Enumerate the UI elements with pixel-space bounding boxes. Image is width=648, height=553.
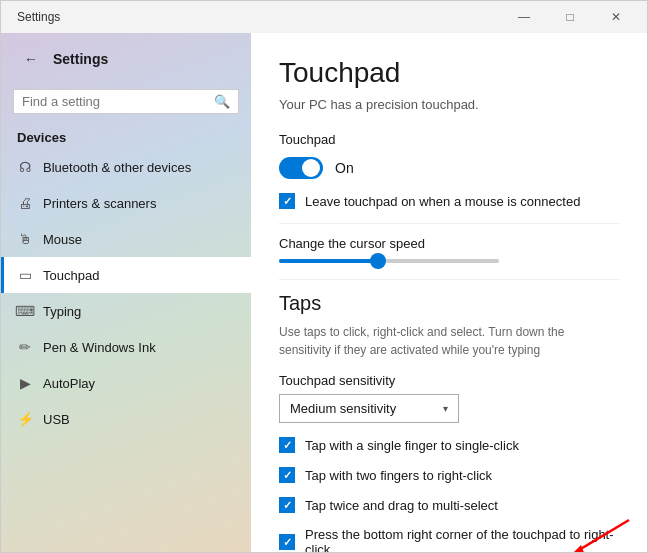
touchpad-section-label: Touchpad [279,132,619,147]
sidebar-item-label-autoplay: AutoPlay [43,376,95,391]
sidebar-item-label-mouse: Mouse [43,232,82,247]
leave-touchpad-checkbox[interactable] [279,193,295,209]
cursor-speed-section: Change the cursor speed [279,236,619,263]
leave-touchpad-row: Leave touchpad on when a mouse is connec… [279,193,619,209]
sensitivity-dropdown[interactable]: Medium sensitivity ▾ [279,394,459,423]
back-button[interactable]: ← [17,45,45,73]
sidebar-item-touchpad[interactable]: ▭ Touchpad [1,257,251,293]
taps-description: Use taps to click, right-click and selec… [279,323,619,359]
sidebar-title: Settings [53,51,108,67]
tap-twice-checkbox[interactable] [279,497,295,513]
pen-icon: ✏ [17,339,33,355]
sidebar-item-bluetooth[interactable]: ☊ Bluetooth & other devices [1,149,251,185]
title-bar: Settings — □ ✕ [1,1,647,33]
page-title: Touchpad [279,57,619,89]
touchpad-toggle[interactable] [279,157,323,179]
sidebar-item-label-bluetooth: Bluetooth & other devices [43,160,191,175]
mouse-icon: 🖱 [17,231,33,247]
sidebar-item-typing[interactable]: ⌨ Typing [1,293,251,329]
corner-press-checkbox[interactable] [279,534,295,550]
taps-title: Taps [279,292,619,315]
touchpad-icon: ▭ [17,267,33,283]
tap-twice-row: Tap twice and drag to multi-select [279,497,619,513]
close-button[interactable]: ✕ [593,1,639,33]
corner-press-row: Press the bottom right corner of the tou… [279,527,619,552]
sidebar-item-pen[interactable]: ✏ Pen & Windows Ink [1,329,251,365]
sensitivity-row: Touchpad sensitivity Medium sensitivity … [279,373,619,423]
sidebar-item-label-pen: Pen & Windows Ink [43,340,156,355]
divider-2 [279,279,619,280]
sidebar-item-label-touchpad: Touchpad [43,268,99,283]
slider-fill [279,259,378,263]
sidebar-item-printers[interactable]: 🖨 Printers & scanners [1,185,251,221]
sidebar-item-usb[interactable]: ⚡ USB [1,401,251,437]
two-finger-label: Tap with two fingers to right-click [305,468,492,483]
leave-touchpad-label: Leave touchpad on when a mouse is connec… [305,194,580,209]
two-finger-checkbox[interactable] [279,467,295,483]
bluetooth-icon: ☊ [17,159,33,175]
settings-window: Settings — □ ✕ ← Settings 🔍 Devices ☊ Bl… [0,0,648,553]
toggle-on-label: On [335,160,354,176]
single-tap-row: Tap with a single finger to single-click [279,437,619,453]
search-input[interactable] [22,94,208,109]
main-content: ← Settings 🔍 Devices ☊ Bluetooth & other… [1,33,647,552]
slider-thumb[interactable] [370,253,386,269]
single-tap-checkbox[interactable] [279,437,295,453]
search-icon: 🔍 [214,94,230,109]
single-tap-label: Tap with a single finger to single-click [305,438,519,453]
sensitivity-value: Medium sensitivity [290,401,396,416]
touchpad-toggle-row: On [279,157,619,179]
cursor-speed-slider-track[interactable] [279,259,499,263]
dropdown-arrow-icon: ▾ [443,403,448,414]
cursor-speed-label: Change the cursor speed [279,236,619,251]
sidebar-item-mouse[interactable]: 🖱 Mouse [1,221,251,257]
svg-line-0 [579,520,629,550]
typing-icon: ⌨ [17,303,33,319]
sensitivity-label: Touchpad sensitivity [279,373,619,388]
printers-icon: 🖨 [17,195,33,211]
sidebar-item-autoplay[interactable]: ▶ AutoPlay [1,365,251,401]
divider-1 [279,223,619,224]
sidebar-header: ← Settings [1,33,251,85]
autoplay-icon: ▶ [17,375,33,391]
usb-icon: ⚡ [17,411,33,427]
red-arrow-annotation [559,515,639,552]
page-subtitle: Your PC has a precision touchpad. [279,97,619,112]
sidebar-item-label-typing: Typing [43,304,81,319]
sidebar-item-label-usb: USB [43,412,70,427]
sidebar: ← Settings 🔍 Devices ☊ Bluetooth & other… [1,33,251,552]
sidebar-item-label-printers: Printers & scanners [43,196,156,211]
tap-twice-label: Tap twice and drag to multi-select [305,498,498,513]
two-finger-row: Tap with two fingers to right-click [279,467,619,483]
search-box[interactable]: 🔍 [13,89,239,114]
window-controls: — □ ✕ [501,1,639,33]
maximize-button[interactable]: □ [547,1,593,33]
main-panel: Touchpad Your PC has a precision touchpa… [251,33,647,552]
window-title: Settings [9,10,501,24]
sidebar-section-label: Devices [1,122,251,149]
minimize-button[interactable]: — [501,1,547,33]
